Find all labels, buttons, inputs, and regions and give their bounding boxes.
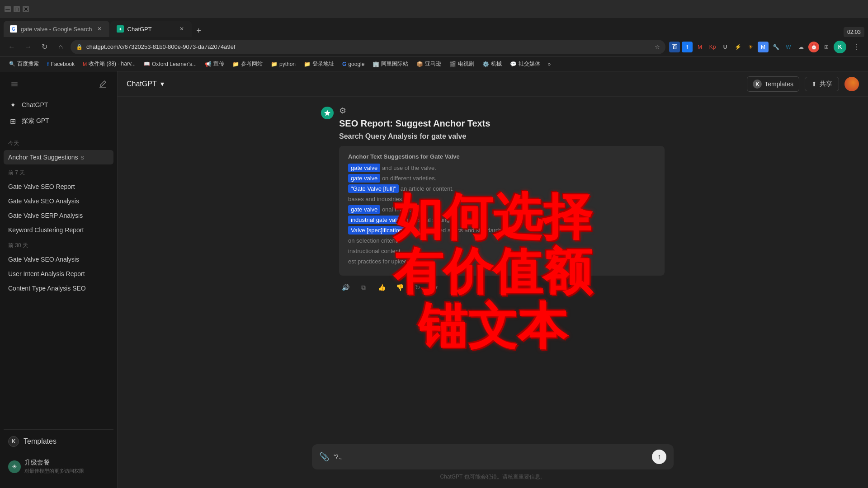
templates-button[interactable]: K Templates — [747, 76, 799, 92]
address-bar[interactable]: 🔒 chatgpt.com/c/67320253-81b0-800e-9073-… — [71, 40, 665, 54]
bookmark-alibaba[interactable]: 🏢 阿里国际站 — [369, 59, 412, 70]
submit-button[interactable]: ↑ — [652, 450, 666, 464]
anchor-text-badge: S — [81, 155, 84, 160]
assistant-avatar — [321, 107, 334, 119]
templates-label: Templates — [24, 437, 57, 446]
attach-icon[interactable]: 📎 — [319, 452, 329, 462]
sidebar-collapse-button[interactable] — [7, 77, 22, 91]
sidebar-item-user-intent[interactable]: User Intent Analysis Report — [4, 267, 113, 281]
bookmarks-more[interactable]: » — [545, 61, 553, 67]
sidebar-item-explore[interactable]: ⊞ 探索 GPT — [4, 113, 113, 129]
close-button[interactable]: ✕ — [23, 6, 29, 12]
sidebar-item-gv-serp-analysis[interactable]: Gate Valve SERP Analysis — [4, 208, 113, 223]
ext-cloud[interactable]: ☁ — [796, 42, 807, 52]
ext-apps[interactable]: ⊞ — [821, 42, 832, 52]
svg-rect-2 — [11, 86, 18, 87]
bookmark-tv[interactable]: 🎬 电视剧 — [446, 59, 478, 70]
bookmark-social-label: 社交媒体 — [519, 60, 540, 68]
ext-wp[interactable]: W — [783, 42, 794, 52]
sidebar-item-kw-clustering[interactable]: Keyword Clustering Report — [4, 223, 113, 237]
ext-baidu[interactable]: 百 — [669, 42, 680, 52]
thumbup-button[interactable]: 👍 — [375, 281, 388, 294]
sidebar-item-gv-seo-analysis2[interactable]: Gate Valve SEO Analysis — [4, 252, 113, 267]
bookmark-machine[interactable]: ⚙️ 机械 — [479, 59, 505, 70]
bookmark-oxford[interactable]: 📖 Oxford Learner's... — [140, 59, 200, 70]
sidebar-7days-section: 前 7 天 Gate Valve SEO Report Gate Valve S… — [0, 166, 117, 237]
bookmark-google-label: google — [348, 61, 364, 67]
sidebar-30days-section: 前 30 天 Gate Valve SEO Analysis User Inte… — [0, 239, 117, 296]
back-button[interactable]: ← — [5, 41, 18, 53]
sidebar-item-content-type[interactable]: Content Type Analysis SEO — [4, 281, 113, 296]
home-button[interactable]: ⌂ — [54, 41, 67, 53]
thumbdown-button[interactable]: 👎 — [393, 281, 406, 294]
bookmark-amazon[interactable]: 📦 亚马逊 — [413, 59, 445, 70]
ext-fb[interactable]: f — [682, 42, 693, 52]
ext-gmail[interactable]: M — [694, 42, 705, 52]
bookmark-social[interactable]: 💬 社交媒体 — [506, 59, 544, 70]
minimize-button[interactable]: ─ — [5, 6, 11, 12]
anchor-desc: and use of the valve. — [382, 164, 436, 171]
new-tab-button[interactable]: + — [193, 24, 205, 37]
profile-circle[interactable]: K — [834, 41, 846, 53]
chat-input[interactable] — [334, 453, 647, 460]
expand-button[interactable]: ▾ — [429, 281, 442, 294]
ext-clock[interactable]: ⏰ — [808, 42, 819, 52]
audio-button[interactable]: 🔊 — [339, 281, 352, 294]
forward-button[interactable]: → — [22, 41, 34, 53]
bookmark-google[interactable]: G google — [339, 59, 368, 70]
profile-avatar[interactable] — [844, 77, 859, 91]
sidebar-divider-1 — [4, 134, 113, 134]
ext-kp[interactable]: Kp — [707, 42, 718, 52]
chat-area: ⚙ SEO Report: Suggest Anchor Texts Searc… — [118, 97, 868, 437]
bookmark-star[interactable]: ☆ — [655, 43, 660, 50]
refresh-button[interactable]: ↻ — [411, 281, 424, 294]
new-chat-button[interactable] — [95, 77, 110, 91]
sidebar-item-anchor-text[interactable]: Anchor Text Suggestions S ··· — [4, 150, 113, 164]
tab-google-title: gate valve - Google Search — [21, 26, 92, 33]
ext-spd[interactable]: ⚡ — [732, 42, 743, 52]
copy-button[interactable]: ⧉ — [357, 281, 370, 294]
anchor-desc: instructional content. — [348, 248, 402, 254]
chatgpt-icon: ✦ — [8, 100, 17, 109]
reload-button[interactable]: ↻ — [38, 41, 51, 53]
bookmark-python[interactable]: 📁 python — [267, 59, 299, 70]
sidebar: ✦ ChatGPT ⊞ 探索 GPT 今天 Anchor Text Sugges… — [0, 71, 118, 488]
sidebar-top — [0, 77, 117, 91]
list-item: industrial gate valve industrial setting… — [348, 216, 656, 223]
tab-chatgpt-close[interactable]: ✕ — [178, 25, 185, 33]
maximize-button[interactable]: □ — [14, 6, 20, 12]
bookmark-tv-label: 电视剧 — [458, 60, 474, 68]
message-title: SEO Report: Suggest Anchor Texts — [339, 118, 665, 129]
message-content: ⚙ SEO Report: Suggest Anchor Texts Searc… — [339, 106, 665, 294]
sidebar-divider-2 — [4, 429, 113, 430]
sidebar-item-chatgpt[interactable]: ✦ ChatGPT — [4, 97, 113, 113]
bookmark-login[interactable]: 📁 登录地址 — [300, 59, 338, 70]
ext-tool[interactable]: 🔧 — [770, 42, 781, 52]
bookmark-refs[interactable]: 📁 参考网站 — [229, 59, 266, 70]
list-item: on selection criteria. — [348, 237, 656, 244]
settings-button[interactable]: ⋮ — [850, 41, 863, 53]
sidebar-item-templates[interactable]: K Templates — [4, 432, 113, 450]
list-item: gate valve on different varieties. — [348, 175, 656, 182]
share-button[interactable]: ⬆ 共享 — [805, 77, 839, 91]
ext-u[interactable]: U — [720, 42, 731, 52]
bookmark-baidu[interactable]: 🔍 百度搜索 — [5, 59, 42, 70]
chatgpt-title-button[interactable]: ChatGPT ▾ — [127, 80, 164, 88]
tab-google-close[interactable]: ✕ — [96, 25, 103, 33]
ext-sun[interactable]: ☀ — [745, 42, 756, 52]
anchor-highlight: gate valve — [348, 205, 380, 214]
ext-m[interactable]: M — [758, 42, 769, 52]
main-header: ChatGPT ▾ K Templates ⬆ 共享 — [118, 71, 868, 97]
bookmark-facebook[interactable]: f Facebook — [43, 59, 78, 70]
tab-google[interactable]: G gate valve - Google Search ✕ — [4, 21, 109, 37]
gv-seo-analysis1-label: Gate Valve SEO Analysis — [8, 197, 109, 205]
amazon-favicon: 📦 — [416, 61, 423, 67]
google-favicon: G — [10, 25, 17, 33]
bookmark-promo[interactable]: 📢 宣传 — [201, 59, 228, 70]
upgrade-box[interactable]: ☀ 升级套餐 对最佳模型的更多访问权限 — [4, 454, 113, 479]
bookmark-gmail[interactable]: M 收件箱 (38) - harv... — [79, 59, 139, 70]
sidebar-item-gv-seo-analysis1[interactable]: Gate Valve SEO Analysis — [4, 194, 113, 208]
gv-seo-report-label: Gate Valve SEO Report — [8, 183, 109, 190]
tab-chatgpt[interactable]: ✦ ChatGPT ✕ — [110, 21, 192, 37]
sidebar-item-gv-seo-report[interactable]: Gate Valve SEO Report — [4, 179, 113, 194]
